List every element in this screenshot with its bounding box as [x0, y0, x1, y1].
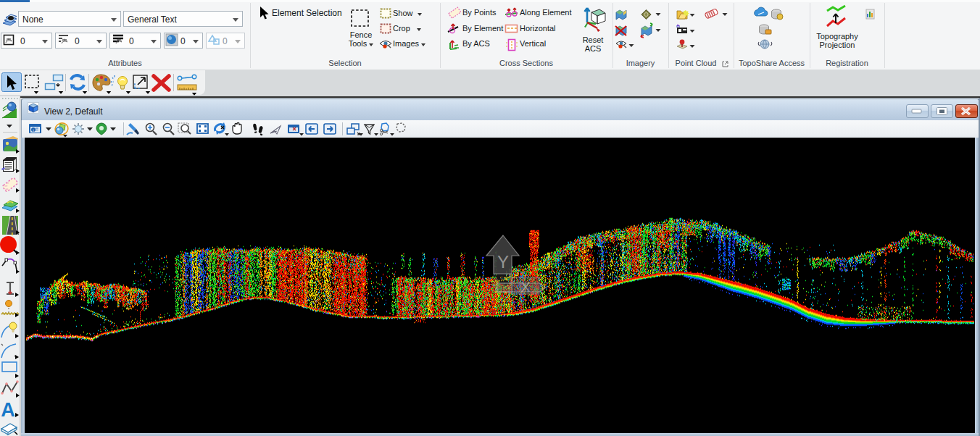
svg-text:i: i: [33, 128, 33, 133]
svg-text:A: A: [1, 399, 15, 421]
